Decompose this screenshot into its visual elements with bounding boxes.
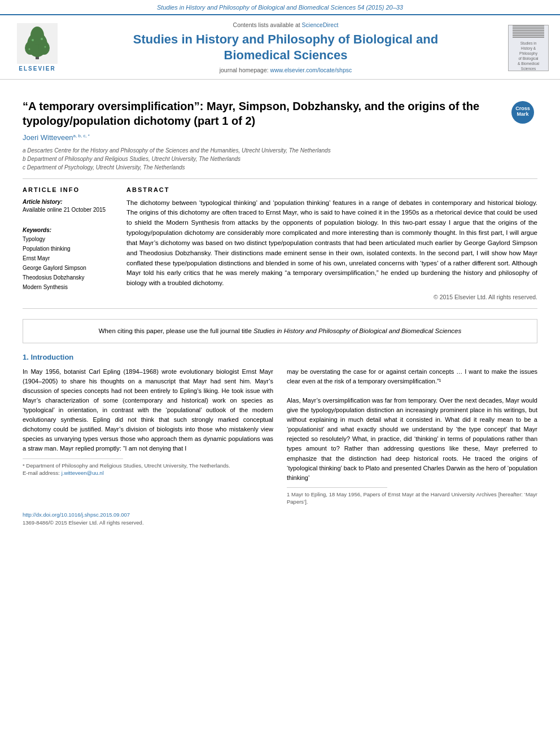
intro-left-text: In May 1956, botanist Carl Epling (1894–… — [23, 367, 273, 453]
article-info-heading: ARTICLE INFO — [23, 186, 113, 194]
intro-left-col: In May 1956, botanist Carl Epling (1894–… — [23, 367, 273, 505]
introduction-section: 1. Introduction In May 1956, botanist Ca… — [23, 352, 537, 505]
main-content: “A temporary oversimplification”: Mayr, … — [0, 80, 560, 506]
affiliation-b: b Department of Philosophy and Religious… — [23, 155, 537, 163]
keywords-list: Typology Population thinking Ernst Mayr … — [23, 234, 113, 292]
keyword-dobzhansky: Theodosius Dobzhansky — [23, 273, 113, 282]
copyright-line: © 2015 Elsevier Ltd. All rights reserved… — [126, 293, 537, 302]
journal-thumbnail: Studies inHistory &Philosophyof Biologic… — [506, 21, 551, 74]
footer-doi[interactable]: http://dx.doi.org/10.1016/j.shpsc.2015.0… — [23, 511, 537, 518]
svg-point-9 — [45, 46, 46, 47]
abstract-text: The dichotomy between ‘typological think… — [126, 198, 537, 289]
elsevier-logo: ELSEVIER — [9, 21, 65, 74]
section-title: 1. Introduction — [23, 352, 537, 362]
svg-text:Mark: Mark — [517, 111, 529, 117]
intro-right-col: may be overstating the case for or again… — [287, 367, 537, 505]
divider-1 — [23, 178, 537, 179]
footer-issn: 1369-8486/© 2015 Elsevier Ltd. All right… — [23, 519, 537, 526]
abstract-panel: ABSTRACT The dichotomy between ‘typologi… — [126, 186, 537, 301]
crossmark-icon: Cross Mark — [510, 100, 535, 125]
keywords-label: Keywords: — [23, 226, 113, 234]
keyword-ernst-mayr: Ernst Mayr — [23, 254, 113, 263]
available-online: Available online 21 October 2015 — [23, 206, 113, 214]
article-title-text: “A temporary oversimplification”: Mayr, … — [23, 99, 504, 128]
keyword-population-thinking: Population thinking — [23, 244, 113, 254]
crossmark-badge[interactable]: Cross Mark — [510, 99, 537, 125]
email-label: E-mail address: — [23, 470, 62, 476]
banner-center: Contents lists available at ScienceDirec… — [71, 21, 500, 74]
svg-point-5 — [30, 27, 44, 45]
affiliation-c: c Department of Psychology, Utrecht Univ… — [23, 163, 537, 172]
keyword-simpson: George Gaylord Simpson — [23, 263, 113, 273]
author-line: Joeri Witteveena, b, c, * — [23, 133, 537, 143]
keyword-typology: Typology — [23, 234, 113, 244]
affiliation-a: a Descartes Centre for the History and P… — [23, 146, 537, 155]
elsevier-tree-icon — [17, 23, 58, 64]
footnote-divider-right — [287, 487, 387, 488]
footnote-star-text: * Department of Philosophy and Religious… — [23, 462, 273, 477]
article-info-abstract: ARTICLE INFO Article history: Available … — [23, 186, 537, 301]
svg-point-8 — [29, 48, 30, 50]
citation-prefix: When citing this paper, please use the f… — [99, 327, 253, 334]
svg-point-7 — [41, 38, 43, 40]
thumb-lines — [513, 24, 544, 38]
author-affiliations: a Descartes Centre for the History and P… — [23, 146, 537, 172]
footnote-divider-left — [23, 458, 123, 459]
article-title-block: “A temporary oversimplification”: Mayr, … — [23, 99, 537, 128]
journal-homepage: journal homepage: www.elsevier.com/locat… — [220, 66, 352, 75]
journal-banner: ELSEVIER Contents lists available at Sci… — [0, 14, 560, 79]
thumb-image: Studies inHistory &Philosophyof Biologic… — [508, 25, 549, 71]
email-link[interactable]: j.witteveen@uu.nl — [62, 470, 104, 476]
page-footer: http://dx.doi.org/10.1016/j.shpsc.2015.0… — [0, 505, 560, 530]
history-label: Article history: — [23, 198, 113, 206]
article-info-panel: ARTICLE INFO Article history: Available … — [23, 186, 113, 301]
citation-journal-title: Studies in History and Philosophy of Bio… — [253, 327, 461, 334]
abstract-heading: ABSTRACT — [126, 186, 537, 194]
intro-right-text: may be overstating the case for or again… — [287, 367, 537, 483]
keyword-modern-synthesis: Modern Synthesis — [23, 282, 113, 292]
contents-line: Contents lists available at ScienceDirec… — [233, 21, 339, 29]
citation-box: When citing this paper, please use the f… — [23, 319, 537, 343]
journal-header-strip: Studies in History and Philosophy of Bio… — [0, 0, 560, 14]
footnote-1-text: 1 Mayr to Epling, 18 May 1956, Papers of… — [287, 491, 537, 506]
elsevier-text: ELSEVIER — [19, 65, 55, 73]
intro-two-col: In May 1956, botanist Carl Epling (1894–… — [23, 367, 537, 505]
svg-point-6 — [32, 39, 34, 41]
journal-title: Studies in History and Philosophy of Bio… — [133, 32, 438, 63]
divider-2 — [23, 308, 537, 309]
svg-text:Cross: Cross — [515, 106, 530, 111]
